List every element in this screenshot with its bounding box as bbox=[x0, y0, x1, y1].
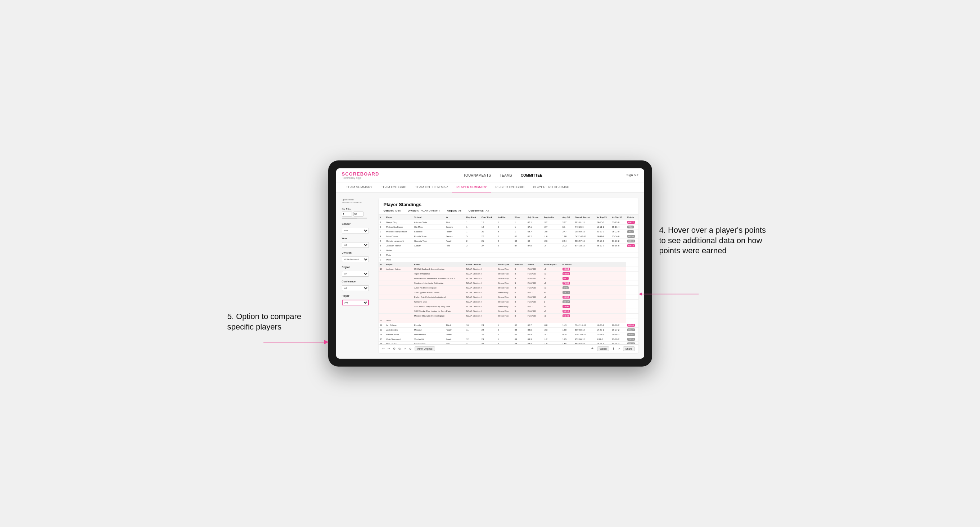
tooltip-cell-wpoints[interactable]: 43.64 bbox=[561, 267, 626, 271]
cell-yr: First bbox=[444, 220, 465, 225]
tooltip-cell-status: PLAYED bbox=[526, 309, 542, 314]
points-value[interactable]: 39.95 bbox=[627, 338, 635, 341]
tooltip-cell-wpoints[interactable]: 56.18 bbox=[561, 309, 626, 314]
tooltip-cell-division: NCAA Division I bbox=[465, 271, 496, 276]
share-button[interactable]: Share bbox=[623, 346, 635, 351]
cell-wins: 87 bbox=[513, 243, 526, 248]
tooltip-cell-wpoints[interactable]: 25.90 bbox=[561, 304, 626, 309]
sign-out-button[interactable]: Sign out bbox=[626, 173, 638, 177]
tab-team-h2h-grid[interactable]: TEAM H2H GRID bbox=[377, 183, 411, 192]
points-value[interactable]: 58.18 bbox=[627, 244, 635, 247]
nav-teams[interactable]: TEAMS bbox=[500, 173, 512, 177]
tab-player-h2h-grid[interactable]: PLAYER H2H GRID bbox=[491, 183, 529, 192]
tooltip-cell-wpoints[interactable] bbox=[561, 318, 626, 323]
tooltip-cell-wpoints[interactable]: 24.11 bbox=[561, 290, 626, 295]
cell-conf-rank: 18 bbox=[480, 225, 496, 230]
cell-adj-score: 67.1 bbox=[526, 225, 542, 230]
cell-rank: 26 bbox=[379, 342, 385, 344]
tooltip-cell-wpoints[interactable]: 53.60 bbox=[561, 271, 626, 276]
annotation-left: 5. Option to compare specific players bbox=[228, 311, 321, 332]
tooltip-cell-wpoints[interactable]: 30.47 bbox=[561, 300, 626, 304]
cell-points[interactable]: 78.2 bbox=[626, 225, 638, 230]
cell-points[interactable]: 58.18 bbox=[626, 243, 638, 248]
cell-avg-sg: 1.56 bbox=[561, 342, 574, 344]
points-value[interactable]: 24.11 bbox=[563, 291, 570, 294]
tooltip-cell-wpoints[interactable]: 46.90 bbox=[561, 295, 626, 300]
filter-no-rds-min[interactable] bbox=[342, 211, 352, 217]
points-value[interactable]: 37.5 bbox=[563, 286, 569, 289]
points-value[interactable]: 66.40 bbox=[563, 314, 570, 317]
filter-region: Region N/A bbox=[342, 266, 374, 277]
cell-no-rds: 1 bbox=[496, 337, 513, 342]
view-original-button[interactable]: View: Original bbox=[415, 346, 435, 351]
points-value[interactable]: 46.90 bbox=[563, 296, 570, 298]
nav-committee[interactable]: COMMITTEE bbox=[521, 173, 542, 177]
points-value[interactable]: 73.33 bbox=[563, 282, 570, 284]
points-value[interactable]: 78.2 bbox=[627, 225, 634, 229]
points-value[interactable]: 40.02 bbox=[627, 333, 635, 336]
cell-no-rds: 0 bbox=[496, 342, 513, 344]
table-row: 9 Prest bbox=[379, 257, 638, 262]
redo-icon[interactable]: ↪ bbox=[388, 347, 390, 350]
points-value[interactable]: 60.69 bbox=[627, 240, 635, 243]
points-value[interactable]: 68.94 bbox=[627, 235, 635, 238]
tab-team-summary[interactable]: TEAM SUMMARY bbox=[342, 183, 377, 192]
cell-adj-score: 68.6 bbox=[526, 342, 542, 344]
cell-yr: Fourth bbox=[444, 328, 465, 332]
tooltip-cell-wpoints[interactable]: 46.7 bbox=[561, 276, 626, 281]
points-value[interactable]: 30.47 bbox=[563, 300, 570, 303]
table-row: 3 Michael Thorbjornsen Stanford Fourth 1… bbox=[379, 230, 638, 234]
cell-vs25: 29-15-0 bbox=[595, 220, 611, 225]
nav-tournaments[interactable]: TOURNAMENTS bbox=[463, 173, 491, 177]
filter-no-rds-max[interactable] bbox=[353, 211, 363, 217]
filter-year-select[interactable]: (All) bbox=[342, 242, 369, 248]
points-value[interactable]: 46.7 bbox=[563, 277, 569, 280]
points-value[interactable]: 38.49 bbox=[627, 343, 635, 344]
tooltip-cell-rounds: 3 bbox=[513, 271, 526, 276]
watch-button[interactable]: Watch bbox=[597, 346, 609, 351]
tooltip-cell-status: PLAYED bbox=[526, 295, 542, 300]
points-value[interactable]: 70.2 bbox=[627, 230, 634, 233]
cell-vs25: 22-10-2 bbox=[595, 230, 611, 234]
points-value[interactable]: 25.90 bbox=[563, 305, 570, 308]
points-value[interactable]: 80.68 bbox=[627, 324, 635, 327]
cell-points[interactable]: 38.49 bbox=[626, 342, 638, 344]
cell-points[interactable]: 39.95 bbox=[626, 337, 638, 342]
tooltip-cell-wpoints[interactable]: 66.40 bbox=[561, 314, 626, 318]
cell-avg-sg: 2.47 bbox=[561, 230, 574, 234]
cell-points[interactable]: 69.27 bbox=[626, 220, 638, 225]
filter-region-select[interactable]: N/A bbox=[342, 271, 369, 277]
cell-points[interactable]: 68.94 bbox=[626, 234, 638, 239]
points-value[interactable]: 53.60 bbox=[563, 272, 570, 275]
points-value[interactable]: 43.64 bbox=[563, 268, 570, 270]
undo-icon[interactable]: ↩ bbox=[382, 347, 385, 350]
tooltip-cell-rounds: 3 bbox=[513, 309, 526, 314]
filter-icon[interactable]: ⚙ bbox=[393, 347, 396, 350]
cell-points[interactable]: 40.02 bbox=[626, 332, 638, 337]
download-icon[interactable]: ⬇ bbox=[612, 347, 615, 350]
filter-player-select[interactable]: (All) bbox=[342, 300, 369, 305]
tab-player-h2h-heatmap[interactable]: PLAYER H2H HEATMAP bbox=[529, 183, 574, 192]
tab-player-summary[interactable]: PLAYER SUMMARY bbox=[452, 183, 491, 192]
filter-division-select[interactable]: NCAA Division I bbox=[342, 257, 369, 262]
tooltip-col-type: Event Type bbox=[496, 262, 513, 267]
cell-points[interactable]: 80.68 bbox=[626, 323, 638, 328]
cell-player: Christo Lamprecht bbox=[385, 239, 413, 243]
export-icon[interactable]: ↗ bbox=[403, 347, 406, 350]
tooltip-cell-wpoints[interactable]: 37.5 bbox=[561, 286, 626, 290]
points-value[interactable]: 69.27 bbox=[627, 221, 635, 224]
filter-conference-select[interactable]: (All) bbox=[342, 285, 369, 291]
cell-no-rds: 2 bbox=[496, 239, 513, 243]
copy-icon[interactable]: ⧉ bbox=[398, 347, 401, 351]
cell-points[interactable]: 80.27 bbox=[626, 328, 638, 332]
points-value[interactable]: 80.27 bbox=[627, 329, 635, 331]
filter-gender-select[interactable]: Men Women bbox=[342, 228, 369, 233]
tab-team-h2h-heatmap[interactable]: TEAM H2H HEATMAP bbox=[410, 183, 452, 192]
points-value[interactable]: 56.18 bbox=[563, 310, 570, 313]
clock-icon[interactable]: ⏱ bbox=[409, 347, 412, 350]
cell-points[interactable]: 60.69 bbox=[626, 239, 638, 243]
cell-points[interactable]: 70.2 bbox=[626, 230, 638, 234]
tooltip-cell-wpoints[interactable]: 73.33 bbox=[561, 281, 626, 286]
tooltip-cell-division: NCAA Division I bbox=[465, 309, 496, 314]
filter-gender: Gender Men Women bbox=[342, 223, 374, 233]
